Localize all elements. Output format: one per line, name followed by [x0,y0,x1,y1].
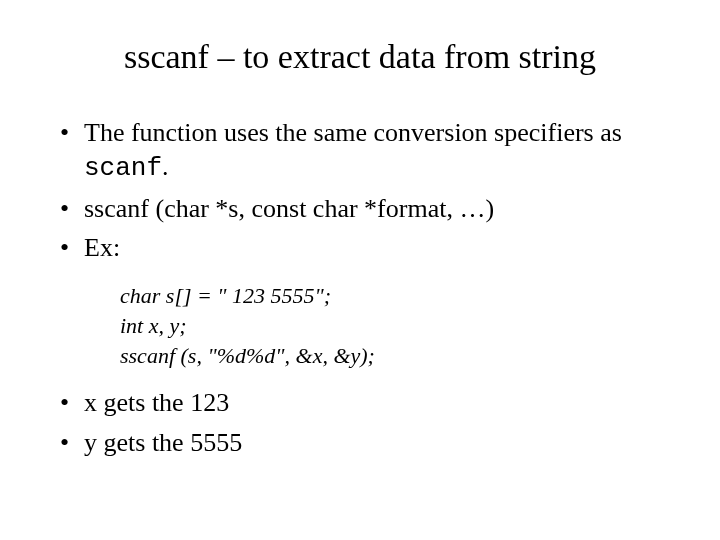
slide-title: sscanf – to extract data from string [40,38,680,76]
code-line-3: sscanf (s, "%d%d", &x, &y); [120,341,680,371]
bullet-1-text-a: The function uses the same conversion sp… [84,118,622,147]
bullet-1: The function uses the same conversion sp… [60,116,680,186]
bullet-1-code: scanf [84,153,162,183]
bullet-list-bottom: x gets the 123 y gets the 5555 [60,386,680,460]
bullet-2: sscanf (char *s, const char *format, …) [60,192,680,226]
bullet-3: Ex: [60,231,680,265]
code-line-2: int x, y; [120,311,680,341]
slide: sscanf – to extract data from string The… [0,0,720,540]
bullet-1-text-b: . [162,152,169,181]
bullet-4: x gets the 123 [60,386,680,420]
code-example: char s[] = " 123 5555"; int x, y; sscanf… [120,281,680,370]
bullet-5: y gets the 5555 [60,426,680,460]
bullet-list-top: The function uses the same conversion sp… [60,116,680,265]
code-line-1: char s[] = " 123 5555"; [120,281,680,311]
